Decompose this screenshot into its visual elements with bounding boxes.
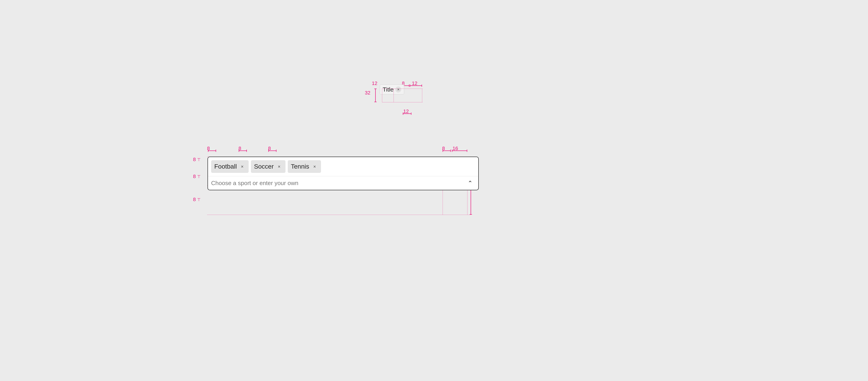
arrow-12-bot xyxy=(403,114,411,114)
chevron-up-icon: ⌃ xyxy=(468,180,473,187)
dim-8-top: 8 ⊤ xyxy=(193,157,201,162)
chip-remove-button[interactable]: × xyxy=(395,87,401,92)
guide-top-chip xyxy=(382,89,423,89)
input-row: ⌃ xyxy=(208,176,478,190)
guide-x-left xyxy=(394,89,394,102)
chip-football-label: Football xyxy=(214,163,237,170)
chip-football-remove[interactable]: × xyxy=(239,163,246,170)
multi-select-box: Football × Soccer × Tennis × xyxy=(208,157,479,190)
dim-32-left: 32 xyxy=(365,90,370,96)
chip-soccer-label: Soccer xyxy=(254,163,274,170)
guide-right-chip xyxy=(422,89,422,102)
guide-bot-chip xyxy=(382,102,423,102)
arrow-32-vert xyxy=(375,89,376,102)
multi-select-wrapper: Football × Soccer × Tennis × xyxy=(208,157,479,190)
chip-tennis[interactable]: Tennis × xyxy=(288,160,321,173)
chip-tennis-label: Tennis xyxy=(291,163,309,170)
dim-8-bot: 8 ⊤ xyxy=(193,197,201,202)
sport-input[interactable] xyxy=(211,180,465,187)
chip-soccer[interactable]: Soccer × xyxy=(251,160,285,173)
arrow-16-right xyxy=(452,151,467,151)
arrow-12-right xyxy=(410,86,422,86)
chevron-up-button[interactable]: ⌃ xyxy=(465,178,475,188)
chip-football[interactable]: Football × xyxy=(211,160,249,173)
guide-ms-bot xyxy=(207,215,470,215)
chip-tennis-remove[interactable]: × xyxy=(311,163,318,170)
arrow-8-gap2 xyxy=(239,151,247,151)
chip-label: Title xyxy=(383,86,394,93)
chip-soccer-remove[interactable]: × xyxy=(276,163,282,170)
arrow-8-gap3 xyxy=(268,151,276,151)
dim-12-left-top: 12 xyxy=(372,81,377,86)
title-chip[interactable]: Title × xyxy=(380,85,404,94)
chips-row: Football × Soccer × Tennis × xyxy=(208,157,478,176)
arrow-8-gap4 xyxy=(442,151,451,151)
arrow-8-gap1 xyxy=(208,151,216,151)
dim-8-mid1: 8 ⊤ xyxy=(193,173,201,180)
top-chip-container: Title × xyxy=(380,85,404,94)
